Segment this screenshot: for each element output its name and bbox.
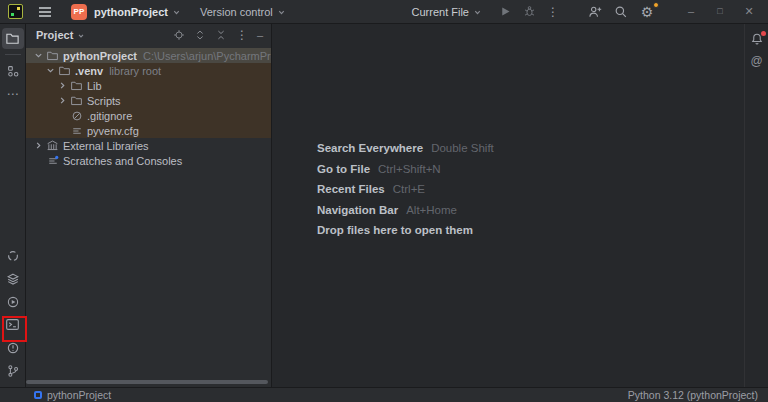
title-bar: PP pythonProject Version control Current…	[0, 0, 768, 24]
status-bar: pythonProject Python 3.12 (pythonProject…	[0, 387, 768, 402]
shortcut-hint: Recent FilesCtrl+E	[317, 179, 494, 200]
project-panel: Project ⋮	[26, 24, 272, 387]
horizontal-scrollbar[interactable]	[26, 380, 268, 384]
editor-shortcuts: Search EverywhereDouble ShiftGo to FileC…	[317, 138, 494, 241]
chevron-right-icon[interactable]	[56, 96, 69, 105]
debug-button[interactable]	[520, 3, 538, 21]
version-control-tool-button[interactable]	[2, 360, 24, 381]
shortcut-hint: Go to FileCtrl+Shift+N	[317, 159, 494, 180]
shortcut-keys: Alt+Home	[406, 204, 457, 216]
terminal-icon	[5, 317, 20, 332]
tree-item-label: Lib	[87, 80, 102, 92]
tree-row[interactable]: External Libraries	[26, 138, 271, 153]
tree-row[interactable]: .gitignore	[26, 108, 271, 123]
problems-icon	[6, 341, 20, 355]
tree-row[interactable]: pythonProjectC:\Users\arjun\PycharmProje…	[26, 48, 271, 63]
chevron-right-icon[interactable]	[56, 81, 69, 90]
tree-row[interactable]: Lib	[26, 78, 271, 93]
hamburger-icon	[38, 6, 52, 18]
window-close-button[interactable]: ✕	[740, 3, 758, 21]
structure-tool-button[interactable]	[2, 60, 24, 81]
chevron-down-icon	[172, 8, 181, 17]
collapse-all-icon	[215, 29, 227, 41]
project-badge[interactable]: PP	[71, 4, 87, 20]
chevron-down-icon	[473, 8, 482, 17]
expand-all-button[interactable]	[194, 29, 206, 41]
chevron-down-icon	[77, 32, 85, 40]
stripe-divider	[5, 54, 21, 55]
tool-stripe-right: @	[744, 24, 768, 387]
select-opened-file-button[interactable]	[173, 29, 185, 41]
services-tool-button[interactable]	[2, 291, 24, 312]
ignore-icon	[69, 110, 84, 122]
shortcut-label: Drop files here to open them	[317, 224, 473, 236]
folder-icon	[45, 49, 60, 62]
more-tool-windows-button[interactable]: ⋯	[2, 83, 24, 104]
search-everywhere-button[interactable]	[612, 3, 630, 21]
vcs-label: Version control	[200, 6, 273, 18]
notifications-button[interactable]	[747, 29, 767, 49]
chevron-down-icon	[277, 8, 286, 17]
collapse-all-button[interactable]	[215, 29, 227, 41]
shortcut-hint: Navigation BarAlt+Home	[317, 200, 494, 221]
chevron-down-icon[interactable]	[32, 51, 45, 60]
python-packages-tool-button[interactable]	[2, 268, 24, 289]
notification-dot	[761, 31, 766, 36]
shortcut-keys: Double Shift	[431, 142, 494, 154]
code-with-me-button[interactable]	[586, 3, 604, 21]
chevron-down-icon[interactable]	[44, 66, 57, 75]
folder-icon	[69, 79, 84, 92]
chevron-right-icon[interactable]	[32, 141, 45, 150]
vcs-widget[interactable]: Version control	[200, 6, 286, 18]
tree-row[interactable]: pyvenv.cfg	[26, 123, 271, 138]
tree-item-label: Scripts	[87, 95, 121, 107]
shortcut-keys: Ctrl+E	[393, 183, 425, 195]
terminal-tool-button[interactable]	[2, 314, 24, 335]
shortcut-label: Search Everywhere	[317, 142, 423, 154]
bug-icon	[523, 5, 536, 18]
shortcut-label: Navigation Bar	[317, 204, 398, 216]
tool-stripe-left: ⋯	[0, 24, 26, 387]
project-panel-title-dropdown[interactable]: Project	[36, 29, 85, 41]
tree-row[interactable]: Scripts	[26, 93, 271, 108]
shortcut-label: Recent Files	[317, 183, 385, 195]
project-tree: pythonProjectC:\Users\arjun\PycharmProje…	[26, 46, 271, 387]
project-status-icon	[34, 391, 42, 399]
main-menu-button[interactable]	[36, 3, 54, 21]
tree-row[interactable]: Scratches and Consoles	[26, 153, 271, 168]
settings-button[interactable]: ⚙	[638, 3, 656, 21]
window-minimize-button[interactable]: –	[682, 3, 700, 21]
tree-item-detail: C:\Users\arjun\PycharmProjects\pythonPro…	[143, 50, 271, 62]
gear-icon: ⚙	[641, 5, 654, 19]
tree-item-label: pythonProject	[63, 50, 137, 62]
more-actions-button[interactable]: ⋮	[544, 3, 562, 21]
folder-icon	[69, 94, 84, 107]
expand-all-icon	[194, 29, 206, 41]
project-selector[interactable]: pythonProject	[87, 6, 181, 18]
pycharm-app-icon[interactable]	[8, 4, 23, 19]
config-icon	[69, 125, 84, 137]
project-tool-button[interactable]	[2, 28, 24, 49]
ai-assistant-button[interactable]: @	[747, 51, 767, 71]
tree-row[interactable]: .venvlibrary root	[26, 63, 271, 78]
settings-notification-dot	[653, 2, 659, 8]
run-configuration-selector[interactable]: Current File	[412, 6, 482, 18]
window-maximize-button[interactable]: □	[711, 3, 729, 21]
interpreter-selector[interactable]: Python 3.12 (pythonProject)	[628, 389, 758, 401]
library-icon	[45, 139, 60, 152]
tree-item-label: External Libraries	[63, 140, 149, 152]
layers-icon	[6, 272, 20, 286]
tree-item-label: pyvenv.cfg	[87, 125, 139, 137]
hide-panel-button[interactable]: –	[257, 29, 263, 41]
python-console-tool-button[interactable]	[2, 245, 24, 266]
locate-icon	[173, 29, 185, 41]
shortcut-hint: Search EverywhereDouble Shift	[317, 138, 494, 159]
play-icon	[499, 5, 512, 18]
shortcut-hint: Drop files here to open them	[317, 220, 494, 241]
statusbar-project-name: pythonProject	[47, 389, 111, 401]
panel-options-button[interactable]: ⋮	[236, 29, 248, 41]
tree-item-label: Scratches and Consoles	[63, 155, 182, 167]
structure-icon	[6, 64, 20, 78]
run-button[interactable]	[496, 3, 514, 21]
problems-tool-button[interactable]	[2, 337, 24, 358]
